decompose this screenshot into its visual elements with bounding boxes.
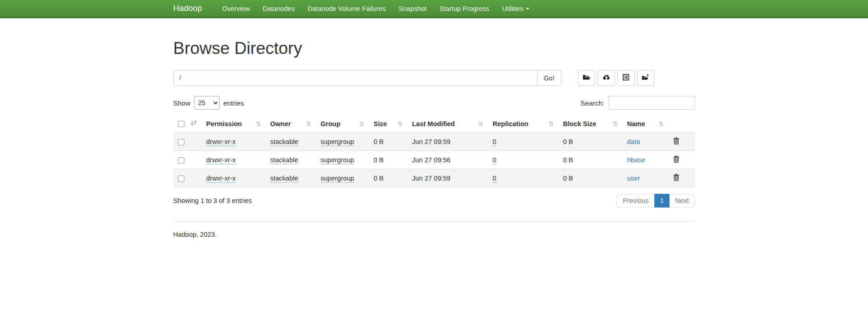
main-content: Browse Directory Go! <box>167 39 702 256</box>
pagination-next[interactable]: Next <box>669 194 695 208</box>
pagination-page-1[interactable]: 1 <box>654 194 670 208</box>
sort-icon: ⇅ <box>398 120 403 128</box>
table-footer: Showing 1 to 3 of 3 entries Previous 1 N… <box>173 194 695 208</box>
entries-label: entries <box>223 99 244 107</box>
nav-item-snapshot[interactable]: Snapshot <box>392 0 433 17</box>
clipboard-list-icon <box>622 74 630 82</box>
column-header-block-size[interactable]: Block Size⇅ <box>559 116 623 133</box>
permission-cell[interactable]: drwxr-xr-x <box>206 138 236 146</box>
block-size-cell: 0 B <box>563 156 573 164</box>
column-header-size[interactable]: Size⇅ <box>369 116 408 133</box>
page-title: Browse Directory <box>173 39 695 58</box>
replication-cell[interactable]: 0 <box>493 138 496 146</box>
group-cell[interactable]: supergroup <box>321 156 354 165</box>
column-header-permission[interactable]: Permission⇅ <box>202 116 266 133</box>
column-label: Size <box>374 120 387 128</box>
sort-icon: ⇅ <box>549 120 554 128</box>
upload-files-button[interactable] <box>598 70 615 86</box>
directory-table: Permission⇅ Owner⇅ Group⇅ Size⇅ Last Mod… <box>173 116 695 187</box>
page-length-select[interactable]: 25 <box>194 96 220 110</box>
pagination: Previous 1 Next <box>617 194 695 208</box>
row-checkbox[interactable] <box>178 157 184 164</box>
column-label: Owner <box>270 120 291 128</box>
footer-text: Hadoop, 2023. <box>173 231 695 256</box>
permission-cell[interactable]: drwxr-xr-x <box>206 156 236 165</box>
go-button[interactable]: Go! <box>537 70 561 86</box>
path-input[interactable] <box>173 70 538 86</box>
column-label: Replication <box>493 120 528 128</box>
directory-link[interactable]: user <box>627 175 640 182</box>
folder-move-icon <box>642 74 650 82</box>
move-button[interactable] <box>637 70 654 86</box>
table-header-row: Permission⇅ Owner⇅ Group⇅ Size⇅ Last Mod… <box>173 116 695 133</box>
owner-cell[interactable]: stackable <box>270 138 298 146</box>
footer-divider <box>173 221 695 222</box>
delete-button[interactable] <box>673 174 679 181</box>
group-cell[interactable]: supergroup <box>321 175 354 183</box>
column-header-actions <box>669 116 695 133</box>
column-header-replication[interactable]: Replication⇅ <box>488 116 559 133</box>
show-label: Show <box>173 99 191 107</box>
permission-cell[interactable]: drwxr-xr-x <box>206 175 236 183</box>
trash-icon <box>673 176 679 182</box>
owner-cell[interactable]: stackable <box>270 175 298 183</box>
sort-icon: ⇅ <box>359 120 365 128</box>
nav-item-utilities[interactable]: Utilities <box>496 0 536 17</box>
replication-cell[interactable]: 0 <box>493 175 496 183</box>
column-label: Name <box>627 120 646 128</box>
column-header-group[interactable]: Group⇅ <box>316 116 369 133</box>
last-modified-cell: Jun 27 09:59 <box>412 175 451 182</box>
sort-ascending-icon <box>190 120 197 128</box>
column-label: Block Size <box>563 120 597 128</box>
directory-link[interactable]: hbase <box>627 156 646 164</box>
size-cell: 0 B <box>374 175 384 182</box>
sort-icon: ⇅ <box>658 120 664 128</box>
top-navbar: Hadoop Overview Datanodes Datanode Volum… <box>0 0 868 18</box>
column-label: Permission <box>206 120 242 128</box>
select-all-checkbox[interactable] <box>178 121 184 127</box>
sort-icon: ⇅ <box>478 120 484 128</box>
column-header-select[interactable] <box>173 116 202 133</box>
delete-button[interactable] <box>673 155 679 163</box>
directory-link[interactable]: data <box>627 138 640 145</box>
entries-info: Showing 1 to 3 of 3 entries <box>173 197 252 204</box>
last-modified-cell: Jun 27 09:59 <box>412 138 451 145</box>
table-row: drwxr-xr-x stackable supergroup 0 B Jun … <box>173 151 695 169</box>
navbar-container: Hadoop Overview Datanodes Datanode Volum… <box>167 0 702 17</box>
nav-item-utilities-label: Utilities <box>502 5 523 12</box>
owner-cell[interactable]: stackable <box>270 156 298 165</box>
path-input-group: Go! <box>173 70 561 86</box>
replication-cell[interactable]: 0 <box>493 156 496 165</box>
navbar-brand[interactable]: Hadoop <box>173 4 202 13</box>
nav-item-datanodes[interactable]: Datanodes <box>256 0 301 17</box>
path-bar: Go! <box>173 70 695 86</box>
folder-open-icon <box>582 74 591 82</box>
row-checkbox[interactable] <box>178 139 184 145</box>
chevron-down-icon <box>526 8 529 10</box>
create-directory-button[interactable] <box>578 70 595 86</box>
column-header-last-modified[interactable]: Last Modified⇅ <box>408 116 488 133</box>
pagination-previous[interactable]: Previous <box>617 194 654 208</box>
cloud-upload-icon <box>602 74 610 82</box>
paste-button[interactable] <box>617 70 635 86</box>
sort-icon: ⇅ <box>306 120 312 128</box>
row-checkbox[interactable] <box>178 176 184 182</box>
column-label: Group <box>321 120 341 128</box>
search-input[interactable] <box>608 96 695 110</box>
column-header-name[interactable]: Name⇅ <box>623 116 669 133</box>
block-size-cell: 0 B <box>563 138 573 145</box>
table-controls: Show 25 entries Search: <box>173 96 695 110</box>
table-row: drwxr-xr-x stackable supergroup 0 B Jun … <box>173 133 695 151</box>
group-cell[interactable]: supergroup <box>321 138 354 146</box>
navbar-menu: Overview Datanodes Datanode Volume Failu… <box>216 0 536 17</box>
column-header-owner[interactable]: Owner⇅ <box>266 116 316 133</box>
delete-button[interactable] <box>673 137 679 144</box>
nav-item-overview[interactable]: Overview <box>216 0 256 17</box>
size-cell: 0 B <box>374 138 384 145</box>
nav-item-startup-progress[interactable]: Startup Progress <box>433 0 496 17</box>
search-control: Search: <box>581 96 695 110</box>
nav-item-datanode-volume-failures[interactable]: Datanode Volume Failures <box>301 0 392 17</box>
sort-icon: ⇅ <box>256 120 261 128</box>
size-cell: 0 B <box>374 156 384 164</box>
page-length-control: Show 25 entries <box>173 96 244 110</box>
